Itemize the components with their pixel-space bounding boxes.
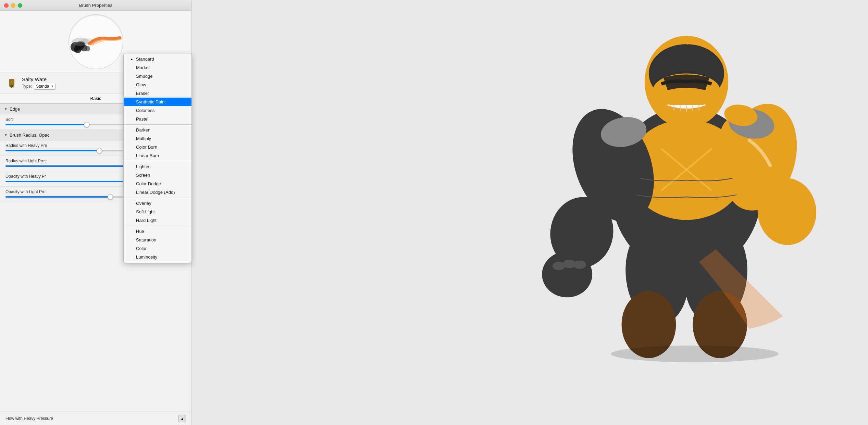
section-radius-triangle-icon: ▼ — [4, 133, 8, 137]
menu-item-colorless[interactable]: Colorless — [124, 106, 191, 115]
menu-item-hard_light[interactable]: Hard Light — [124, 216, 191, 225]
menu-bullet-standard: ● — [131, 57, 133, 61]
menu-item-soft_light[interactable]: Soft Light — [124, 208, 191, 216]
bottom-flow-row: Flow with Heavy Pressure ▲ — [0, 412, 191, 425]
menu-separator-18 — [124, 226, 191, 226]
svg-rect-11 — [11, 87, 12, 88]
slider-radius-heavy-thumb[interactable] — [97, 148, 102, 153]
section-edge-triangle-icon: ▼ — [4, 107, 8, 111]
menu-item-eraser[interactable]: Eraser — [124, 89, 191, 98]
menu-item-label-color_burn: Color Burn — [136, 145, 157, 150]
menu-item-linear_burn[interactable]: Linear Burn — [124, 151, 191, 160]
brush-type-value: Standa — [34, 83, 55, 90]
svg-point-5 — [85, 46, 90, 51]
menu-item-label-soft_light: Soft Light — [136, 209, 155, 214]
window-controls — [4, 3, 22, 8]
bottom-flow-label: Flow with Heavy Pressure — [5, 416, 176, 421]
menu-separator-15 — [124, 198, 191, 198]
brush-type-label: Type: — [22, 84, 32, 89]
panel-titlebar: Brush Properties — [0, 0, 191, 11]
menu-item-label-eraser: Eraser — [136, 91, 149, 96]
slider-radius-light-fill — [5, 165, 128, 167]
menu-item-label-synthetic_paint: Synthetic Paint — [136, 99, 166, 104]
svg-point-40 — [573, 261, 586, 269]
menu-item-marker[interactable]: Marker — [124, 63, 191, 72]
menu-item-hue[interactable]: Hue — [124, 227, 191, 236]
svg-point-25 — [542, 251, 592, 297]
menu-item-color_dodge[interactable]: Color Dodge — [124, 179, 191, 188]
menu-item-color[interactable]: Color — [124, 244, 191, 253]
menu-item-label-hue: Hue — [136, 229, 144, 234]
svg-point-41 — [611, 346, 779, 362]
menu-item-color_burn[interactable]: Color Burn — [124, 143, 191, 151]
maximize-button[interactable] — [18, 3, 22, 8]
menu-item-smudge[interactable]: Smudge — [124, 72, 191, 80]
menu-item-screen[interactable]: Screen — [124, 171, 191, 179]
menu-item-lighten[interactable]: Lighten — [124, 162, 191, 171]
menu-item-label-luminosity: Luminosity — [136, 254, 157, 260]
close-button[interactable] — [4, 3, 9, 8]
svg-point-12 — [11, 81, 12, 83]
menu-item-label-smudge: Smudge — [136, 74, 152, 79]
slider-opacity-light-fill — [5, 196, 110, 198]
menu-item-label-screen: Screen — [136, 173, 150, 178]
menu-item-label-linear_burn: Linear Burn — [136, 153, 159, 158]
slider-opacity-light-thumb[interactable] — [108, 194, 113, 200]
minimize-button[interactable] — [11, 3, 15, 8]
menu-item-multiply[interactable]: Multiply — [124, 134, 191, 143]
slider-soft-fill — [5, 124, 87, 125]
svg-point-10 — [10, 79, 13, 81]
menu-item-label-lighten: Lighten — [136, 164, 151, 169]
menu-item-standard[interactable]: ●Standard — [124, 55, 191, 63]
menu-item-label-multiply: Multiply — [136, 136, 151, 141]
menu-item-label-glow: Glow — [136, 82, 146, 87]
section-radius-label: Brush Radius, Opac — [10, 133, 49, 138]
menu-item-saturation[interactable]: Saturation — [124, 236, 191, 244]
menu-item-label-pastel: Pastel — [136, 116, 148, 122]
panel-title: Brush Properties — [79, 3, 112, 8]
menu-separator-11 — [124, 161, 191, 161]
menu-item-synthetic_paint[interactable]: Synthetic Paint — [124, 98, 191, 106]
menu-item-label-overlay: Overlay — [136, 201, 151, 206]
menu-item-label-color_dodge: Color Dodge — [136, 181, 161, 186]
menu-item-label-linear_dodge: Linear Dodge (Add) — [136, 190, 175, 195]
menu-item-label-saturation: Saturation — [136, 237, 156, 242]
menu-item-label-colorless: Colorless — [136, 108, 154, 113]
menu-item-darken[interactable]: Darken — [124, 126, 191, 134]
brush-icon — [5, 77, 18, 89]
flow-up-button[interactable]: ▲ — [178, 415, 186, 422]
menu-item-label-standard: Standard — [136, 57, 154, 62]
slider-radius-heavy-fill — [5, 150, 99, 151]
menu-item-label-hard_light: Hard Light — [136, 218, 157, 223]
brush-type-dropdown-wrapper[interactable]: Standa ▼ — [34, 83, 55, 90]
section-edge-label: Edge — [10, 107, 20, 112]
menu-item-label-color: Color — [136, 246, 147, 251]
brush-preview-circle — [69, 14, 123, 69]
airbrush-icon — [5, 77, 18, 89]
brush-stroke-svg — [70, 28, 122, 55]
slider-soft-thumb[interactable] — [84, 122, 89, 127]
menu-item-label-darken: Darken — [136, 127, 150, 133]
canvas-area[interactable] — [192, 0, 868, 425]
menu-separator-7 — [124, 124, 191, 125]
brush-type-dropdown-menu: ●StandardMarkerSmudgeGlowEraserSynthetic… — [123, 53, 192, 263]
menu-item-linear_dodge[interactable]: Linear Dodge (Add) — [124, 188, 191, 197]
character-illustration — [532, 0, 841, 366]
menu-item-pastel[interactable]: Pastel — [124, 115, 191, 123]
menu-item-glow[interactable]: Glow — [124, 80, 191, 89]
menu-item-luminosity[interactable]: Luminosity — [124, 253, 191, 261]
menu-item-label-marker: Marker — [136, 65, 150, 70]
menu-item-overlay[interactable]: Overlay — [124, 199, 191, 208]
